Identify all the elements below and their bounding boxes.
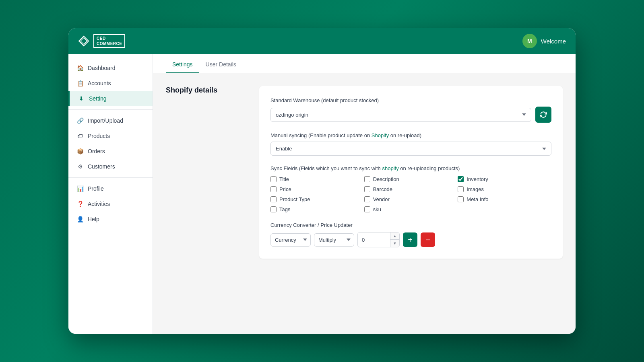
- currency-select[interactable]: Currency USD EUR GBP: [270, 233, 311, 247]
- accounts-icon: 📋: [76, 80, 84, 87]
- standard-warehouse-section: Standard Warehouse (default product stoc…: [270, 97, 551, 123]
- checkbox-price-input[interactable]: [270, 186, 277, 192]
- sidebar-label-accounts: Accounts: [88, 80, 111, 86]
- sidebar-label-products: Products: [88, 133, 110, 139]
- topbar: CED COMMERCE M Welcome: [68, 28, 576, 54]
- remove-currency-button[interactable]: −: [421, 232, 435, 247]
- standard-warehouse-select[interactable]: ozdingo origin Option 2 Option 3: [270, 108, 531, 122]
- sidebar-label-dashboard: Dashboard: [88, 65, 116, 71]
- sidebar-label-help: Help: [88, 216, 99, 222]
- sidebar-item-setting[interactable]: ⬇ Setting: [68, 91, 153, 106]
- welcome-text: Welcome: [541, 38, 566, 45]
- manual-syncing-section: Manual syncing (Enable product update on…: [270, 132, 551, 156]
- checkbox-meta-info-label: Meta Info: [466, 196, 488, 202]
- help-icon: 👤: [76, 216, 84, 223]
- value-input[interactable]: [358, 234, 390, 246]
- checkbox-images-input[interactable]: [458, 186, 464, 192]
- checkbox-meta-info-input[interactable]: [458, 196, 464, 202]
- logo-text: CED COMMERCE: [93, 34, 125, 48]
- checkbox-title-label: Title: [279, 176, 289, 182]
- checkbox-product-type-input[interactable]: [270, 196, 277, 202]
- checkbox-sku[interactable]: sku: [364, 206, 458, 212]
- standard-warehouse-label: Standard Warehouse (default product stoc…: [270, 97, 551, 103]
- settings-card: Standard Warehouse (default product stoc…: [259, 86, 563, 259]
- spinner-down[interactable]: ▼: [390, 240, 399, 247]
- spinner-up[interactable]: ▲: [390, 232, 399, 240]
- checkbox-description[interactable]: Description: [364, 176, 458, 182]
- import-icon: 🔗: [76, 117, 84, 124]
- manual-syncing-select[interactable]: Enable Disable: [270, 142, 551, 156]
- page-content: Shopify details Standard Warehouse (defa…: [153, 73, 576, 272]
- sidebar-item-products[interactable]: 🏷 Products: [68, 128, 153, 144]
- checkbox-tags-label: Tags: [279, 206, 290, 212]
- sidebar-item-help[interactable]: 👤 Help: [68, 212, 153, 227]
- checkbox-price[interactable]: Price: [270, 186, 364, 192]
- sidebar-label-import: Import/Upload: [88, 117, 123, 124]
- checkbox-vendor-input[interactable]: [364, 196, 370, 202]
- sidebar-divider-1: [68, 109, 153, 110]
- checkbox-sku-label: sku: [373, 206, 381, 212]
- checkbox-tags[interactable]: Tags: [270, 206, 364, 212]
- shopify-link: Shopify: [372, 132, 389, 138]
- checkbox-product-type-label: Product Type: [279, 196, 310, 202]
- checkbox-sku-input[interactable]: [364, 206, 370, 212]
- content-area: Settings User Details Shopify details St…: [153, 54, 576, 334]
- currency-row: Currency USD EUR GBP Multiply Divide Add…: [270, 232, 551, 247]
- checkboxes-grid: Title Description Inventory: [270, 176, 551, 212]
- main-layout: 🏠 Dashboard 📋 Accounts ⬇ Setting 🔗 Impor…: [68, 54, 576, 334]
- sidebar-item-orders[interactable]: 📦 Orders: [68, 144, 153, 159]
- checkbox-barcode-label: Barcode: [373, 186, 392, 192]
- logo-icon: [78, 35, 89, 47]
- checkbox-product-type[interactable]: Product Type: [270, 196, 364, 202]
- sidebar-item-profile[interactable]: 📊 Profile: [68, 181, 153, 196]
- checkbox-title[interactable]: Title: [270, 176, 364, 182]
- sidebar-label-activities: Activities: [88, 201, 110, 207]
- currency-label: Currency Converter / Price Updater: [270, 222, 551, 228]
- checkbox-barcode-input[interactable]: [364, 186, 370, 192]
- products-icon: 🏷: [76, 132, 84, 140]
- checkbox-title-input[interactable]: [270, 176, 277, 182]
- checkbox-vendor[interactable]: Vendor: [364, 196, 458, 202]
- standard-warehouse-row: ozdingo origin Option 2 Option 3: [270, 107, 551, 123]
- sidebar-item-activities[interactable]: ❓ Activities: [68, 196, 153, 212]
- checkbox-inventory-label: Inventory: [466, 176, 488, 182]
- checkbox-images-label: Images: [466, 186, 484, 192]
- sidebar-item-dashboard[interactable]: 🏠 Dashboard: [68, 60, 153, 76]
- logo-area: CED COMMERCE: [78, 34, 125, 48]
- checkbox-inventory[interactable]: Inventory: [458, 176, 551, 182]
- sidebar-label-orders: Orders: [88, 148, 105, 154]
- multiply-select[interactable]: Multiply Divide Add Subtract: [314, 233, 354, 247]
- sidebar-item-import[interactable]: 🔗 Import/Upload: [68, 113, 153, 128]
- customers-icon: ⚙: [76, 163, 84, 170]
- currency-section: Currency Converter / Price Updater Curre…: [270, 222, 551, 247]
- value-input-wrap: ▲ ▼: [357, 232, 400, 247]
- checkbox-price-label: Price: [279, 186, 291, 192]
- app-container: CED COMMERCE M Welcome 🏠 Dashboard 📋 Acc…: [68, 28, 576, 334]
- checkbox-inventory-input[interactable]: [458, 176, 464, 182]
- avatar: M: [522, 34, 537, 48]
- sync-shopify-link: shopify: [382, 165, 398, 171]
- orders-icon: 📦: [76, 148, 84, 155]
- checkbox-images[interactable]: Images: [458, 186, 551, 192]
- sidebar-item-customers[interactable]: ⚙ Customers: [68, 159, 153, 174]
- dashboard-icon: 🏠: [76, 64, 84, 72]
- setting-icon: ⬇: [78, 95, 85, 102]
- sidebar-item-accounts[interactable]: 📋 Accounts: [68, 76, 153, 91]
- profile-icon: 📊: [76, 185, 84, 192]
- add-currency-button[interactable]: +: [403, 232, 417, 247]
- sync-fields-label: Sync Fields (Fields which you want to sy…: [270, 165, 551, 171]
- checkbox-tags-input[interactable]: [270, 206, 277, 212]
- manual-syncing-label: Manual syncing (Enable product update on…: [270, 132, 551, 138]
- refresh-button[interactable]: [535, 107, 551, 123]
- checkbox-barcode[interactable]: Barcode: [364, 186, 458, 192]
- checkbox-description-input[interactable]: [364, 176, 370, 182]
- sidebar: 🏠 Dashboard 📋 Accounts ⬇ Setting 🔗 Impor…: [68, 54, 153, 334]
- welcome-area: M Welcome: [522, 34, 566, 48]
- checkbox-meta-info[interactable]: Meta Info: [458, 196, 551, 202]
- activities-icon: ❓: [76, 200, 84, 208]
- tab-user-details[interactable]: User Details: [199, 56, 243, 73]
- page-title: Shopify details: [166, 86, 246, 259]
- tab-settings[interactable]: Settings: [166, 56, 199, 73]
- tabs-bar: Settings User Details: [153, 54, 576, 73]
- sync-fields-section: Sync Fields (Fields which you want to sy…: [270, 165, 551, 212]
